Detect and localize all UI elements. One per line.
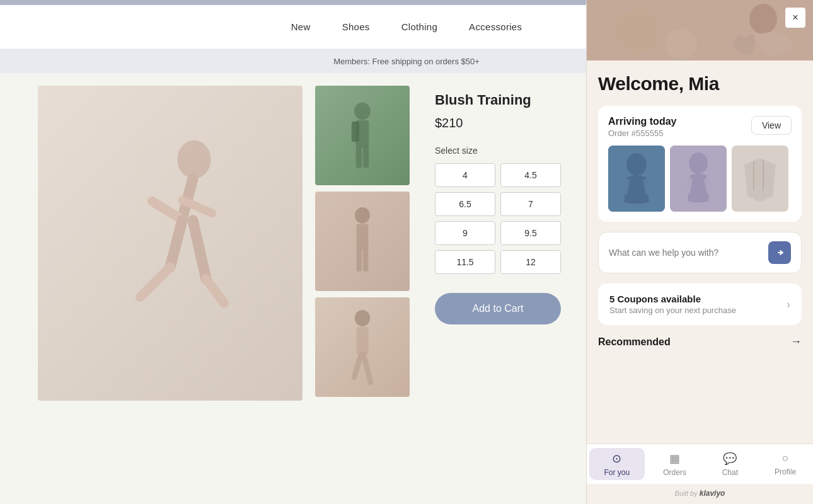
tab-chat[interactable]: 💬 Chat — [703, 444, 758, 484]
size-9.5[interactable]: 9.5 — [500, 221, 561, 245]
size-7[interactable]: 7 — [500, 192, 561, 216]
size-4[interactable]: 4 — [435, 163, 495, 187]
svg-line-6 — [206, 279, 224, 303]
site-wrapper: New Shoes Clothing Accessories Members: … — [0, 0, 813, 504]
svg-rect-12 — [363, 146, 369, 168]
coupons-card[interactable]: 5 Coupons available Start saving on your… — [598, 284, 802, 325]
coupons-text: 5 Coupons available Start saving on your… — [609, 294, 787, 315]
banner-text: Members: Free shipping on orders $50+ — [333, 57, 480, 66]
svg-rect-15 — [357, 249, 362, 272]
built-by-footer: Built by klaviyo — [587, 484, 813, 504]
klaviyo-logo: klaviyo — [700, 489, 725, 498]
size-12[interactable]: 12 — [500, 250, 561, 274]
orders-icon: ▦ — [669, 452, 680, 466]
chat-icon: 💬 — [723, 452, 737, 466]
size-9[interactable]: 9 — [435, 221, 495, 245]
thumbnail-1[interactable] — [315, 86, 410, 185]
for-you-icon: ⊙ — [612, 452, 621, 466]
close-button[interactable]: × — [785, 8, 805, 28]
arriving-header: Arriving today Order #555555 View — [608, 116, 792, 138]
chat-input-wrapper — [598, 232, 802, 273]
flyout-bottom-nav: ⊙ For you ▦ Orders 💬 Chat ○ Profile — [587, 444, 813, 484]
size-4.5[interactable]: 4.5 — [500, 163, 561, 187]
tab-for-you-label: For you — [604, 468, 630, 477]
svg-line-19 — [354, 354, 361, 377]
recommended-arrow-icon[interactable]: → — [790, 335, 802, 348]
svg-line-20 — [364, 354, 371, 382]
flyout-panel: × Welcome, Mia Arriving today Order #555… — [586, 0, 813, 504]
flyout-hero-bg — [587, 0, 813, 60]
size-11.5[interactable]: 11.5 — [435, 250, 495, 274]
flyout-content: Welcome, Mia Arriving today Order #55555… — [587, 60, 813, 444]
svg-point-23 — [615, 9, 659, 54]
arriving-product-3 — [732, 146, 788, 212]
chat-input[interactable] — [609, 248, 768, 258]
add-to-cart-button[interactable]: Add to Cart — [435, 293, 561, 324]
svg-rect-16 — [363, 249, 369, 272]
svg-line-5 — [193, 220, 206, 279]
nav-accessories[interactable]: Accessories — [469, 21, 522, 32]
arriving-title: Arriving today — [608, 116, 676, 127]
svg-point-24 — [666, 28, 697, 60]
main-product-image — [38, 86, 303, 401]
tab-orders[interactable]: ▦ Orders — [647, 444, 703, 484]
recommended-title: Recommended — [598, 336, 671, 348]
svg-point-8 — [354, 103, 371, 120]
svg-point-17 — [355, 310, 370, 326]
nav-shoes[interactable]: Shoes — [342, 21, 370, 32]
flyout-hero-image: × — [587, 0, 813, 60]
tab-profile-label: Profile — [775, 467, 796, 476]
recommended-header: Recommended → — [598, 335, 802, 348]
profile-icon: ○ — [782, 452, 789, 465]
arriving-today-card: Arriving today Order #555555 View — [598, 106, 802, 222]
svg-point-28 — [689, 152, 708, 174]
size-grid: 4 4.5 6.5 7 9 9.5 11.5 12 — [435, 163, 561, 274]
nav-new[interactable]: New — [291, 21, 311, 32]
arriving-images — [608, 146, 792, 212]
svg-rect-11 — [356, 146, 362, 168]
coupons-title: 5 Coupons available — [609, 294, 787, 304]
send-icon — [775, 248, 785, 258]
tab-chat-label: Chat — [722, 468, 738, 477]
runner-illustration — [82, 123, 258, 363]
arriving-order: Order #555555 — [608, 129, 676, 138]
svg-rect-18 — [356, 327, 368, 354]
thumbnail-3[interactable] — [315, 297, 410, 397]
tab-orders-label: Orders — [663, 468, 686, 477]
tab-profile[interactable]: ○ Profile — [758, 444, 813, 484]
svg-line-3 — [170, 220, 182, 267]
tab-for-you[interactable]: ⊙ For you — [589, 448, 645, 480]
nav-clothing[interactable]: Clothing — [401, 21, 437, 32]
coupons-subtitle: Start saving on your next purchase — [609, 306, 787, 315]
arriving-product-1 — [608, 146, 665, 212]
svg-point-22 — [749, 4, 777, 34]
thumbnail-list — [315, 86, 410, 491]
chat-send-button[interactable] — [768, 241, 791, 264]
svg-rect-10 — [352, 122, 359, 142]
arriving-product-2 — [670, 146, 727, 212]
welcome-title: Welcome, Mia — [598, 73, 802, 94]
svg-point-13 — [355, 207, 370, 224]
view-order-button[interactable]: View — [751, 116, 792, 135]
coupons-arrow-icon: › — [787, 298, 790, 311]
built-by-text: Built by — [675, 490, 698, 497]
size-6.5[interactable]: 6.5 — [435, 192, 495, 216]
svg-point-0 — [177, 140, 210, 179]
thumbnail-2[interactable] — [315, 192, 410, 291]
svg-point-26 — [626, 153, 647, 176]
svg-line-4 — [141, 267, 171, 297]
svg-rect-14 — [357, 224, 369, 250]
arriving-info: Arriving today Order #555555 — [608, 116, 676, 138]
